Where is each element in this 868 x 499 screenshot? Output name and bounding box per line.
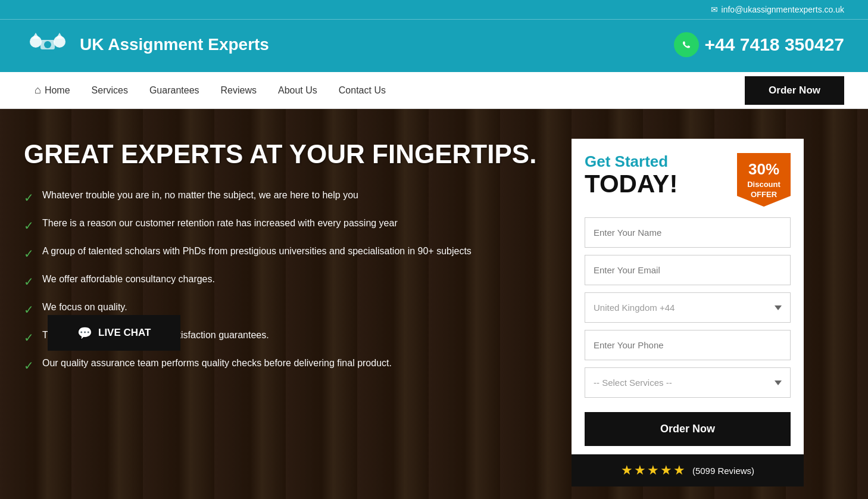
discount-label1: Discount xyxy=(747,180,780,190)
hero-point: ✓Our quality assurance team performs qua… xyxy=(24,356,554,375)
main-nav: ⌂ Home Services Guarantees Reviews About… xyxy=(0,72,868,109)
phone-number: +44 7418 350427 xyxy=(705,35,844,55)
hero-point: ✓A group of talented scholars with PhDs … xyxy=(24,244,554,263)
email-contact[interactable]: ✉ info@ukassignmentexperts.co.uk xyxy=(711,5,844,14)
hero-point: ✓Whatever trouble you are in, no matter … xyxy=(24,188,554,207)
nav-links: ⌂ Home Services Guarantees Reviews About… xyxy=(24,72,396,108)
signup-form-panel: Get Started TODAY! 30% Discount OFFER Un… xyxy=(572,139,804,486)
logo-text: UK Assignment Experts xyxy=(80,35,269,54)
site-header: UK Assignment Experts +44 7418 350427 xyxy=(0,19,868,72)
hero-section: GREAT EXPERTS AT YOUR FINGERTIPS. ✓Whate… xyxy=(0,109,868,499)
services-select[interactable]: -- Select Services -- xyxy=(585,367,791,398)
form-title: Get Started TODAY! xyxy=(585,153,677,198)
nav-home[interactable]: ⌂ Home xyxy=(24,72,81,108)
phone-area[interactable]: +44 7418 350427 xyxy=(674,32,844,57)
nav-reviews[interactable]: Reviews xyxy=(210,73,267,108)
check-icon: ✓ xyxy=(24,189,34,207)
email-input[interactable] xyxy=(585,255,791,285)
logo-icon xyxy=(24,27,71,63)
check-icon: ✓ xyxy=(24,329,34,347)
svg-marker-1 xyxy=(32,33,39,39)
check-icon: ✓ xyxy=(24,245,34,263)
name-input[interactable] xyxy=(585,217,791,248)
hero-content: GREAT EXPERTS AT YOUR FINGERTIPS. ✓Whate… xyxy=(24,139,572,375)
home-icon: ⌂ xyxy=(35,84,41,96)
check-icon: ✓ xyxy=(24,357,34,375)
hero-title: GREAT EXPERTS AT YOUR FINGERTIPS. xyxy=(24,139,554,170)
country-select[interactable]: United Kingdom +44 xyxy=(585,292,791,323)
reviews-bar: ★★★★★ (5099 Reviews) xyxy=(572,454,804,486)
logo-area: UK Assignment Experts xyxy=(24,27,269,63)
nav-guarantees[interactable]: Guarantees xyxy=(139,73,210,108)
svg-marker-3 xyxy=(56,33,63,39)
check-icon: ✓ xyxy=(24,217,34,235)
live-chat-button[interactable]: 💬 LIVE CHAT xyxy=(48,315,180,351)
check-icon: ✓ xyxy=(24,273,34,291)
form-order-now-button[interactable]: Order Now xyxy=(585,412,791,446)
top-bar: ✉ info@ukassignmentexperts.co.uk xyxy=(0,0,868,19)
reviews-count: (5099 Reviews) xyxy=(692,466,754,476)
discount-pct: 30% xyxy=(748,160,779,180)
hero-point: ✓There is a reason our customer retentio… xyxy=(24,216,554,235)
discount-badge: 30% Discount OFFER xyxy=(737,153,791,207)
discount-label2: OFFER xyxy=(751,190,777,200)
chat-icon: 💬 xyxy=(77,326,92,340)
email-address: info@ukassignmentexperts.co.uk xyxy=(722,5,844,14)
phone-input[interactable] xyxy=(585,330,791,360)
email-icon: ✉ xyxy=(711,5,718,14)
form-fields: United Kingdom +44 -- Select Services --… xyxy=(585,217,791,446)
form-get-started: Get Started xyxy=(585,153,677,170)
form-header: Get Started TODAY! 30% Discount OFFER xyxy=(585,153,791,207)
hero-point: ✓We offer affordable consultancy charges… xyxy=(24,272,554,291)
nav-contact[interactable]: Contact Us xyxy=(328,73,396,108)
nav-services[interactable]: Services xyxy=(81,73,139,108)
nav-order-now-button[interactable]: Order Now xyxy=(745,76,844,105)
nav-about[interactable]: About Us xyxy=(267,73,328,108)
svg-point-5 xyxy=(44,41,51,48)
check-icon: ✓ xyxy=(24,301,34,319)
star-rating: ★★★★★ xyxy=(621,463,686,478)
form-today: TODAY! xyxy=(585,170,677,198)
whatsapp-icon xyxy=(674,32,699,57)
